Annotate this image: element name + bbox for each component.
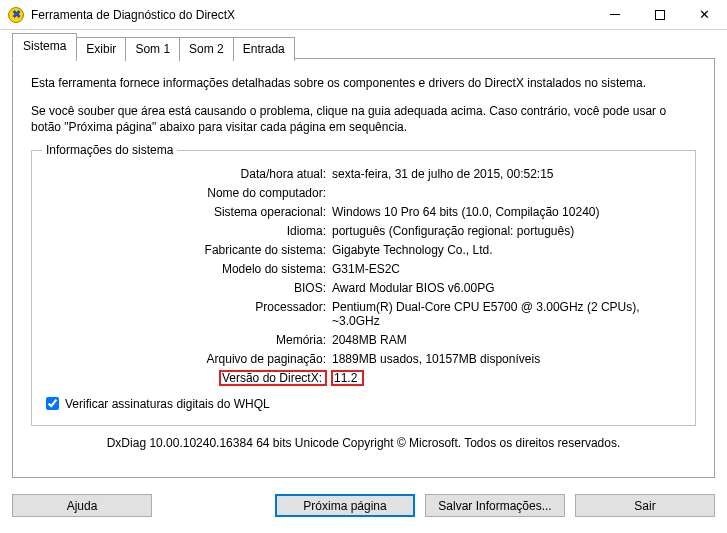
dxdiag-icon: ✖	[8, 7, 24, 23]
title-bar: ✖ Ferramenta de Diagnóstico do DirectX ✕	[0, 0, 727, 30]
value-directx-version: 11.2	[332, 371, 681, 385]
button-bar: Ajuda Próxima página Salvar Informações.…	[0, 488, 727, 527]
footer-copyright: DxDiag 10.00.10240.16384 64 bits Unicode…	[31, 436, 696, 450]
maximize-icon	[655, 10, 665, 20]
tab-sistema[interactable]: Sistema	[12, 33, 77, 59]
label-memory: Memória:	[46, 333, 326, 347]
minimize-icon	[610, 14, 620, 15]
help-button[interactable]: Ajuda	[12, 494, 152, 517]
value-language: português (Configuração regional: portug…	[332, 224, 681, 238]
intro-line-1: Esta ferramenta fornece informações deta…	[31, 75, 696, 91]
tab-exibir[interactable]: Exibir	[76, 37, 126, 61]
label-pagefile: Arquivo de paginação:	[46, 352, 326, 366]
label-manufacturer: Fabricante do sistema:	[46, 243, 326, 257]
value-memory: 2048MB RAM	[332, 333, 681, 347]
system-info-group: Informações do sistema Data/hora atual: …	[31, 150, 696, 426]
intro-line-2: Se você souber que área está causando o …	[31, 103, 696, 135]
tab-som-2[interactable]: Som 2	[179, 37, 234, 61]
maximize-button[interactable]	[637, 0, 682, 29]
value-model: G31M-ES2C	[332, 262, 681, 276]
value-manufacturer: Gigabyte Technology Co., Ltd.	[332, 243, 681, 257]
intro-text: Esta ferramenta fornece informações deta…	[31, 75, 696, 136]
client-area: Sistema Exibir Som 1 Som 2 Entrada Esta …	[0, 30, 727, 488]
exit-button[interactable]: Sair	[575, 494, 715, 517]
tab-som-1[interactable]: Som 1	[125, 37, 180, 61]
save-info-button[interactable]: Salvar Informações...	[425, 494, 565, 517]
group-legend: Informações do sistema	[42, 143, 177, 157]
close-icon: ✕	[699, 8, 710, 21]
value-processor: Pentium(R) Dual-Core CPU E5700 @ 3.00GHz…	[332, 300, 681, 328]
minimize-button[interactable]	[592, 0, 637, 29]
whql-checkbox[interactable]	[46, 397, 59, 410]
value-computer-name	[332, 186, 681, 200]
close-button[interactable]: ✕	[682, 0, 727, 29]
window-controls: ✕	[592, 0, 727, 29]
label-bios: BIOS:	[46, 281, 326, 295]
tab-entrada[interactable]: Entrada	[233, 37, 295, 61]
whql-checkbox-row[interactable]: Verificar assinaturas digitais do WHQL	[46, 397, 681, 411]
value-datetime: sexta-feira, 31 de julho de 2015, 00:52:…	[332, 167, 681, 181]
label-language: Idioma:	[46, 224, 326, 238]
value-bios: Award Modular BIOS v6.00PG	[332, 281, 681, 295]
label-model: Modelo do sistema:	[46, 262, 326, 276]
window-title: Ferramenta de Diagnóstico do DirectX	[31, 8, 592, 22]
label-os: Sistema operacional:	[46, 205, 326, 219]
tab-strip: Sistema Exibir Som 1 Som 2 Entrada	[12, 35, 715, 59]
next-page-button[interactable]: Próxima página	[275, 494, 415, 517]
tab-panel: Esta ferramenta fornece informações deta…	[12, 58, 715, 478]
label-computer-name: Nome do computador:	[46, 186, 326, 200]
value-pagefile: 1889MB usados, 10157MB disponíveis	[332, 352, 681, 366]
value-os: Windows 10 Pro 64 bits (10.0, Compilação…	[332, 205, 681, 219]
label-datetime: Data/hora atual:	[46, 167, 326, 181]
label-directx-version: Versão do DirectX:	[46, 371, 326, 385]
label-processor: Processador:	[46, 300, 326, 328]
whql-checkbox-label: Verificar assinaturas digitais do WHQL	[65, 397, 270, 411]
info-rows: Data/hora atual: sexta-feira, 31 de julh…	[46, 167, 681, 385]
